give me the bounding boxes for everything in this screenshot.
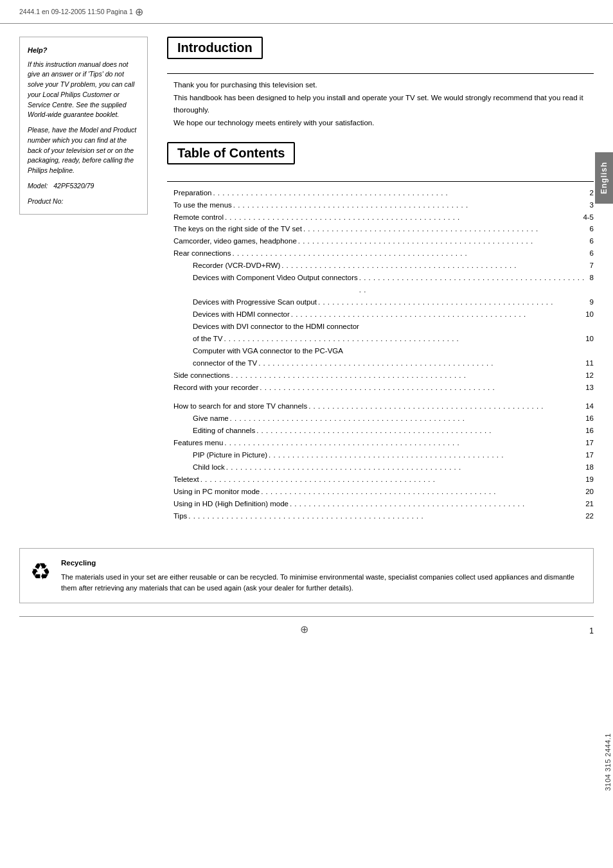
toc-dots-26: . . . . . . . . . . . . . . . . . . . . …: [187, 510, 585, 522]
toc-page-7: 8: [590, 272, 594, 284]
toc-item-14: Side connections . . . . . . . . . . . .…: [173, 369, 594, 382]
toc-page-3: 6: [590, 223, 594, 235]
toc-label-4: Camcorder, video games, headphone: [173, 235, 297, 247]
left-sidebar: Help? If this instruction manual does no…: [19, 37, 148, 522]
toc-item-8: Devices with Progressive Scan output . .…: [173, 296, 594, 308]
page-number: 1: [589, 626, 594, 635]
product-info: Product No:: [28, 197, 139, 207]
toc-item-26: Tips . . . . . . . . . . . . . . . . . .…: [173, 510, 594, 522]
toc-label-19: Editing of channels: [193, 425, 255, 437]
toc-page-15: 13: [585, 382, 594, 394]
toc-item-4: Camcorder, video games, headphone . . . …: [173, 235, 594, 247]
toc-label-10: Devices with DVI connector to the HDMI c…: [193, 321, 359, 333]
intro-p3: We hope our technology meets entirely wi…: [173, 117, 594, 128]
toc-dots-7: . . . . . . . . . . . . . . . . . . . . …: [358, 272, 590, 296]
page-header: 2444.1 en 09-12-2005 11:50 Pagina 1: [0, 0, 613, 24]
toc-title: Table of Contents: [167, 142, 295, 164]
toc-page-13: 11: [585, 357, 594, 369]
toc-item-7: Devices with Component Video Output conn…: [173, 272, 594, 296]
toc-item-1: To use the menus . . . . . . . . . . . .…: [173, 199, 594, 211]
toc-dots-2: . . . . . . . . . . . . . . . . . . . . …: [224, 211, 583, 224]
toc-item-11: of the TV . . . . . . . . . . . . . . . …: [173, 333, 594, 345]
language-tab: English: [595, 152, 613, 204]
toc-label-22: Child lock: [193, 461, 225, 474]
recycling-text: Recycling The materials used in your set…: [61, 558, 583, 594]
toc-label-17: How to search for and store TV channels: [173, 400, 307, 412]
toc-label-3: The keys on the right side of the TV set: [173, 223, 302, 235]
recycling-title: Recycling: [61, 558, 583, 569]
toc-label-6: Recorder (VCR-DVD+RW): [193, 260, 280, 272]
help-paragraph-1: If this instruction manual does not give…: [28, 60, 139, 121]
intro-p1: Thank you for purchasing this television…: [173, 79, 594, 91]
toc-divider: [167, 181, 594, 182]
intro-p2: This handbook has been designed to help …: [173, 92, 594, 116]
toc-item-0: Preparation . . . . . . . . . . . . . . …: [173, 187, 594, 199]
product-code: 3104 315 2444.1: [604, 733, 612, 791]
toc-dots-22: . . . . . . . . . . . . . . . . . . . . …: [225, 461, 585, 474]
toc-item-20: Features menu . . . . . . . . . . . . . …: [173, 437, 594, 449]
footer: ⊕ 1: [0, 617, 613, 642]
toc-page-18: 16: [585, 412, 594, 425]
recycling-body: The materials used in your set are eithe…: [61, 572, 583, 594]
toc-page-4: 6: [590, 235, 594, 247]
toc-dots-5: . . . . . . . . . . . . . . . . . . . . …: [231, 247, 590, 260]
crosshair-top: [133, 5, 146, 18]
toc-dots-4: . . . . . . . . . . . . . . . . . . . . …: [297, 235, 590, 247]
toc-dots-6: . . . . . . . . . . . . . . . . . . . . …: [280, 260, 589, 272]
toc-item-19: Editing of channels . . . . . . . . . . …: [173, 425, 594, 437]
help-title: Help?: [28, 45, 139, 56]
model-info: Model: 42PF5320/79: [28, 181, 139, 191]
intro-text: Thank you for purchasing this television…: [167, 79, 594, 129]
toc-page-11: 10: [585, 333, 594, 345]
toc-item-24: Using in PC monitor mode . . . . . . . .…: [173, 486, 594, 498]
toc-item-22: Child lock . . . . . . . . . . . . . . .…: [173, 461, 594, 474]
toc-label-5: Rear connections: [173, 247, 231, 260]
toc-page-1: 3: [590, 199, 594, 211]
toc-label-0: Preparation: [173, 187, 211, 199]
toc-item-21: PIP (Picture in Picture) . . . . . . . .…: [173, 449, 594, 461]
toc-label-21: PIP (Picture in Picture): [193, 449, 267, 461]
toc-dots-25: . . . . . . . . . . . . . . . . . . . . …: [289, 498, 585, 510]
toc-label-2: Remote control: [173, 211, 224, 224]
toc-dots-19: . . . . . . . . . . . . . . . . . . . . …: [255, 425, 585, 437]
toc-label-26: Tips: [173, 510, 187, 522]
toc-page-8: 9: [590, 296, 594, 308]
toc-page-25: 21: [585, 498, 594, 510]
toc-dots-20: . . . . . . . . . . . . . . . . . . . . …: [223, 437, 585, 449]
toc-label-23: Teletext: [173, 474, 199, 486]
toc-page-0: 2: [590, 187, 594, 199]
content-area: Help? If this instruction manual does no…: [0, 24, 613, 535]
toc-label-15: Record with your recorder: [173, 382, 258, 394]
toc-section: Table of Contents Preparation . . . . . …: [167, 142, 594, 522]
toc-item-17: How to search for and store TV channels …: [173, 400, 594, 412]
toc-item-3: The keys on the right side of the TV set…: [173, 223, 594, 235]
toc-item-5: Rear connections . . . . . . . . . . . .…: [173, 247, 594, 260]
toc-label-20: Features menu: [173, 437, 223, 449]
toc-page-2: 4-5: [583, 211, 594, 224]
toc-dots-8: . . . . . . . . . . . . . . . . . . . . …: [317, 296, 590, 308]
toc-dots-24: . . . . . . . . . . . . . . . . . . . . …: [260, 486, 585, 498]
toc-page-6: 7: [590, 260, 594, 272]
toc-list: Preparation . . . . . . . . . . . . . . …: [167, 187, 594, 522]
toc-label-11: of the TV: [193, 333, 222, 345]
toc-dots-0: . . . . . . . . . . . . . . . . . . . . …: [211, 187, 589, 199]
header-info: 2444.1 en 09-12-2005 11:50 Pagina 1: [19, 8, 133, 15]
toc-label-14: Side connections: [173, 369, 230, 382]
toc-dots-11: . . . . . . . . . . . . . . . . . . . . …: [222, 333, 585, 345]
intro-divider-top: [167, 73, 594, 74]
toc-label-12: Computer with VGA connector to the PC-VG…: [193, 345, 343, 357]
recycling-section: ♻ Recycling The materials used in your s…: [19, 548, 594, 603]
toc-dots-13: . . . . . . . . . . . . . . . . . . . . …: [257, 357, 585, 369]
toc-dots-15: . . . . . . . . . . . . . . . . . . . . …: [258, 382, 585, 394]
toc-dots-9: . . . . . . . . . . . . . . . . . . . . …: [290, 308, 585, 321]
toc-label-24: Using in PC monitor mode: [173, 486, 260, 498]
toc-item-25: Using in HD (High Definition) mode . . .…: [173, 498, 594, 510]
toc-page-22: 18: [585, 461, 594, 474]
toc-page-20: 17: [585, 437, 594, 449]
toc-page-23: 19: [585, 474, 594, 486]
toc-item-2: Remote control . . . . . . . . . . . . .…: [173, 211, 594, 224]
toc-dots-1: . . . . . . . . . . . . . . . . . . . . …: [232, 199, 590, 211]
toc-label-1: To use the menus: [173, 199, 232, 211]
introduction-title: Introduction: [167, 37, 263, 59]
toc-spacer-16: [173, 394, 594, 400]
